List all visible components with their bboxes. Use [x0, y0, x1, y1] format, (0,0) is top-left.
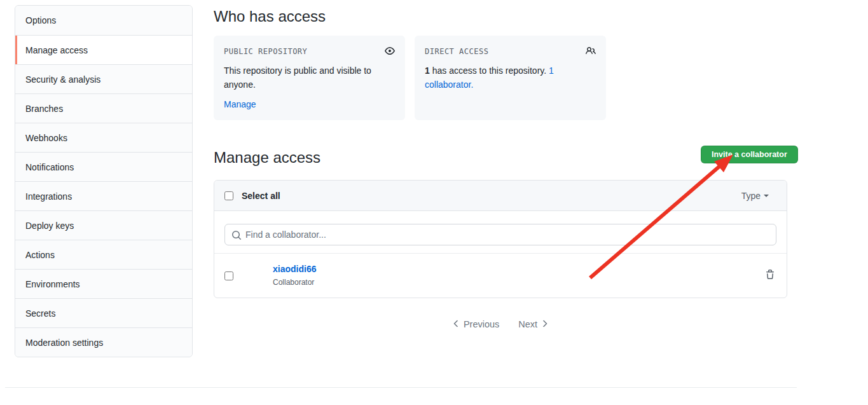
collaborator-search-area — [214, 211, 787, 253]
public-repository-label: PUBLIC REPOSITORY — [224, 46, 307, 56]
sidebar-item-label: Integrations — [25, 191, 72, 202]
sidebar-item-label: Branches — [25, 104, 63, 114]
collaborator-row-checkbox[interactable] — [224, 271, 233, 280]
next-page-link[interactable]: Next — [518, 319, 548, 329]
collaborator-name-link[interactable]: xiaodidi66 — [273, 263, 316, 275]
who-has-access-title: Who has access — [214, 8, 326, 25]
previous-label: Previous — [464, 319, 499, 329]
sidebar-item-label: Actions — [25, 250, 55, 260]
next-label: Next — [518, 319, 537, 329]
find-collaborator-input[interactable] — [225, 224, 776, 245]
manage-visibility-link[interactable]: Manage — [224, 98, 256, 112]
direct-access-label: DIRECT ACCESS — [425, 46, 488, 56]
sidebar-item-label: Webhooks — [25, 133, 67, 143]
public-repository-card: PUBLIC REPOSITORY This repository is pub… — [214, 36, 405, 120]
search-icon — [231, 230, 242, 242]
direct-access-card: DIRECT ACCESS 1 has access to this repos… — [415, 36, 606, 120]
sidebar-item-branches[interactable]: Branches — [15, 93, 192, 123]
sidebar-item-security-analysis[interactable]: Security & analysis — [15, 64, 192, 93]
sidebar-item-environments[interactable]: Environments — [15, 269, 192, 298]
collaborator-row: xiaodidi66 Collaborator — [214, 253, 787, 298]
sidebar-item-actions[interactable]: Actions — [15, 240, 192, 269]
previous-page-link[interactable]: Previous — [453, 319, 499, 329]
invite-collaborator-button[interactable]: Invite a collaborator — [701, 146, 798, 163]
people-icon — [586, 46, 596, 58]
sidebar-item-options[interactable]: Options — [15, 6, 192, 35]
pagination: Previous Next — [214, 319, 787, 329]
sidebar-item-label: Security & analysis — [25, 74, 100, 85]
sidebar-item-label: Manage access — [25, 45, 88, 55]
trash-icon — [765, 270, 775, 282]
sidebar-item-moderation-settings[interactable]: Moderation settings — [15, 327, 192, 357]
sidebar-item-manage-access[interactable]: Manage access — [15, 35, 192, 64]
sidebar-item-label: Notifications — [25, 162, 74, 172]
sidebar-item-label: Moderation settings — [25, 338, 103, 348]
collaborator-role: Collaborator — [273, 278, 314, 287]
sidebar-item-label: Deploy keys — [25, 221, 74, 231]
type-filter-label: Type — [741, 191, 761, 201]
access-summary-cards: PUBLIC REPOSITORY This repository is pub… — [214, 36, 606, 120]
chevron-down-icon — [764, 195, 769, 197]
sidebar-item-secrets[interactable]: Secrets — [15, 298, 192, 327]
sidebar-item-deploy-keys[interactable]: Deploy keys — [15, 210, 192, 240]
chevron-right-icon — [542, 319, 548, 329]
repository-settings-page: Options Manage access Security & analysi… — [0, 0, 868, 405]
settings-sidebar: Options Manage access Security & analysi… — [15, 5, 193, 357]
type-filter-dropdown[interactable]: Type — [741, 191, 769, 201]
sidebar-item-label: Secrets — [25, 308, 55, 319]
sidebar-item-webhooks[interactable]: Webhooks — [15, 123, 192, 152]
direct-access-count: 1 — [425, 65, 430, 76]
manage-access-title: Manage access — [214, 149, 320, 167]
direct-access-text: has access to this repository. — [432, 65, 546, 76]
sidebar-item-integrations[interactable]: Integrations — [15, 181, 192, 210]
collaborators-box: Select all Type xiaodidi66 Collaborator — [214, 180, 787, 298]
public-repository-text: This repository is public and visible to… — [224, 65, 371, 90]
select-all-checkbox[interactable] — [224, 191, 233, 200]
footer-divider — [5, 387, 797, 388]
sidebar-item-notifications[interactable]: Notifications — [15, 152, 192, 181]
chevron-left-icon — [453, 319, 459, 329]
sidebar-item-label: Environments — [25, 279, 80, 289]
select-all-label: Select all — [242, 191, 280, 201]
sidebar-item-label: Options — [25, 15, 56, 25]
remove-collaborator-button[interactable] — [765, 270, 775, 282]
collaborators-box-header: Select all Type — [214, 181, 787, 211]
eye-icon — [385, 46, 395, 58]
